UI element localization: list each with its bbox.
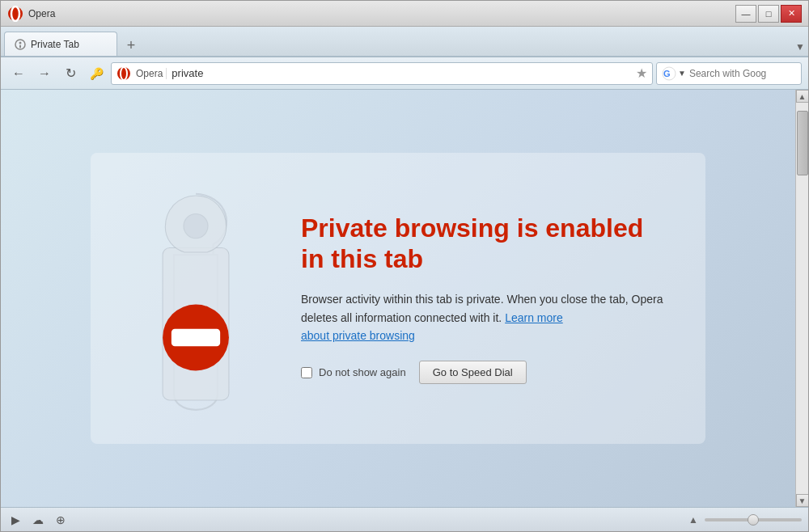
status-right: ▲	[688, 514, 802, 526]
key-button[interactable]: 🔑	[85, 62, 108, 85]
svg-point-1	[11, 6, 19, 21]
do-not-show-text: Do not show again	[319, 366, 406, 378]
up-arrow-icon: ▲	[688, 514, 698, 526]
addon-status-icon[interactable]: ⊕	[53, 512, 69, 528]
main-area: Private browsing is enabled in this tab …	[1, 90, 808, 507]
address-input[interactable]	[172, 67, 631, 79]
scrollbar[interactable]: ▲ ▼	[795, 90, 808, 507]
title-bar: Opera — □ ✕	[1, 1, 808, 27]
private-browsing-title: Private browsing is enabled in this tab	[301, 213, 673, 275]
about-private-browsing-link[interactable]: about private browsing	[301, 329, 415, 342]
forward-button[interactable]: →	[33, 62, 56, 85]
go-to-speed-dial-button[interactable]: Go to Speed Dial	[419, 361, 527, 384]
opera-logo	[7, 6, 23, 22]
browser-label: Opera	[136, 68, 167, 79]
zoom-thumb[interactable]	[748, 514, 759, 526]
svg-rect-12	[172, 329, 220, 347]
add-tab-button[interactable]: +	[121, 36, 142, 54]
do-not-show-checkbox[interactable]	[301, 367, 312, 378]
window-title: Opera	[28, 8, 735, 19]
google-icon: G	[662, 66, 676, 81]
tab-bar: Private Tab + ▼	[1, 27, 808, 57]
active-tab[interactable]: Private Tab	[4, 32, 117, 56]
cloud-status-icon[interactable]: ☁	[30, 512, 46, 528]
private-browsing-card: Private browsing is enabled in this tab …	[91, 153, 705, 444]
address-bar: Opera ★	[111, 62, 653, 85]
scroll-down-button[interactable]: ▼	[796, 494, 809, 507]
status-bar: ▶ ☁ ⊕ ▲	[1, 507, 808, 531]
content-area: Private browsing is enabled in this tab …	[1, 90, 795, 507]
description-text: Browser activity within this tab is priv…	[301, 293, 663, 323]
media-status-icon[interactable]: ▶	[7, 512, 23, 528]
do-not-show-label[interactable]: Do not show again	[301, 366, 406, 378]
svg-point-6	[121, 67, 127, 80]
back-button[interactable]: ←	[7, 62, 30, 85]
search-input[interactable]	[689, 68, 809, 79]
svg-text:G: G	[663, 69, 671, 78]
tab-label: Private Tab	[31, 39, 79, 50]
door-hanger-icon	[123, 185, 269, 412]
tab-list-button[interactable]: ▼	[795, 41, 805, 53]
learn-more-link[interactable]: Learn more	[505, 311, 563, 324]
scroll-track[interactable]	[796, 103, 809, 494]
door-hanger-svg	[123, 185, 269, 412]
toolbar: ← → ↻ 🔑 Opera ★ G ▼	[1, 57, 808, 90]
search-engine-button[interactable]: G ▼	[662, 66, 686, 81]
close-button[interactable]: ✕	[781, 5, 802, 23]
opera-icon	[116, 66, 131, 81]
card-content: Private browsing is enabled in this tab …	[301, 213, 673, 385]
minimize-button[interactable]: —	[735, 5, 756, 23]
private-tab-icon	[15, 39, 26, 50]
search-bar: G ▼	[656, 62, 802, 85]
scroll-up-button[interactable]: ▲	[796, 90, 809, 103]
maximize-button[interactable]: □	[758, 5, 779, 23]
bookmark-icon[interactable]: ★	[636, 65, 647, 81]
reload-button[interactable]: ↻	[59, 62, 82, 85]
svg-rect-4	[19, 44, 21, 48]
card-actions: Do not show again Go to Speed Dial	[301, 361, 673, 384]
svg-point-3	[19, 41, 22, 44]
zoom-slider[interactable]	[705, 518, 802, 521]
scroll-thumb[interactable]	[797, 111, 808, 175]
search-engine-chevron: ▼	[678, 69, 686, 78]
private-browsing-description: Browser activity within this tab is priv…	[301, 290, 673, 344]
svg-point-10	[184, 214, 208, 239]
browser-window: Opera — □ ✕ Private Tab + ▼ ← → ↻ 🔑	[0, 0, 809, 532]
window-controls: — □ ✕	[735, 5, 802, 23]
